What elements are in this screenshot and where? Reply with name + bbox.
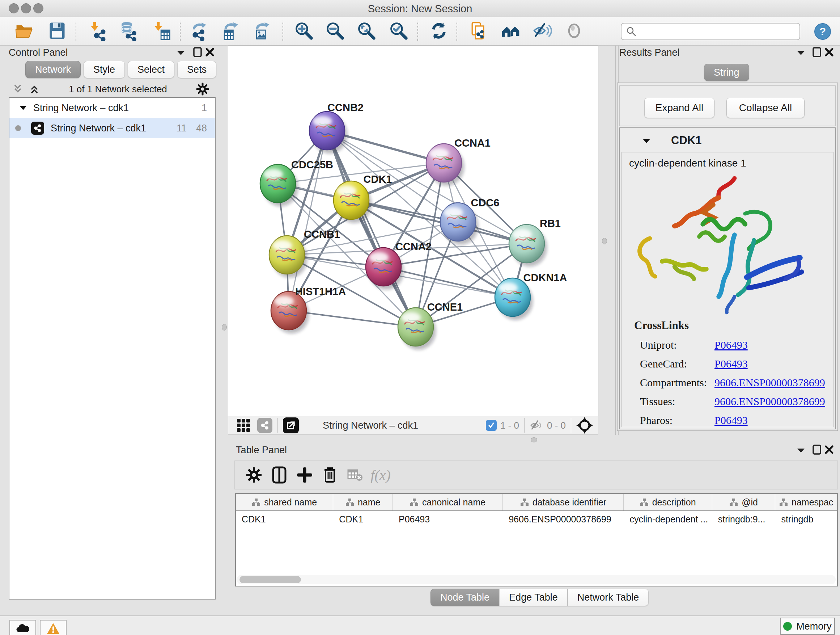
scrollbar-thumb[interactable] xyxy=(240,576,301,583)
save-session-button[interactable] xyxy=(46,19,69,42)
first-neighbors-button[interactable] xyxy=(499,19,523,42)
cell-id[interactable]: stringdb:9... xyxy=(712,511,775,527)
table-panel-float-button[interactable] xyxy=(810,443,823,456)
zoom-fit-button[interactable] xyxy=(355,19,378,42)
help-button[interactable]: ? xyxy=(814,23,831,42)
cell-database-identifier[interactable]: 9606.ENSP00000378699 xyxy=(503,511,624,527)
clone-network-button[interactable] xyxy=(467,19,490,42)
control-panel-float-button[interactable] xyxy=(191,46,204,59)
table-panel-menu-button[interactable] xyxy=(794,444,807,457)
grid-view-icon[interactable] xyxy=(236,418,251,432)
tab-select[interactable]: Select xyxy=(128,61,174,78)
collapse-all-icon[interactable] xyxy=(12,84,23,95)
export-table-button[interactable] xyxy=(219,19,242,42)
expand-all-icon[interactable] xyxy=(29,84,40,95)
left-splitter-handle[interactable] xyxy=(222,324,227,331)
tab-string[interactable]: String xyxy=(704,64,749,81)
network-node-CDC6[interactable]: CDC6 xyxy=(440,197,499,245)
fit-selected-crosshair-icon[interactable] xyxy=(576,417,593,434)
column-header[interactable]: description xyxy=(624,494,712,510)
tab-sets[interactable]: Sets xyxy=(177,61,216,78)
table-panel-close-button[interactable] xyxy=(823,443,836,456)
results-panel-float-button[interactable] xyxy=(810,46,823,59)
network-label: String Network – cdk1 xyxy=(51,123,146,134)
zoom-out-button[interactable] xyxy=(324,19,347,42)
results-panel-close-button[interactable] xyxy=(823,46,836,59)
birds-eye-share-icon[interactable] xyxy=(257,418,272,433)
column-header[interactable]: name xyxy=(333,494,393,510)
network-node-CDKN1A[interactable]: CDKN1A xyxy=(495,272,567,320)
warnings-button[interactable] xyxy=(40,620,66,635)
crosslink-pharos[interactable]: P06493 xyxy=(714,414,748,426)
memory-button[interactable]: Memory xyxy=(780,618,835,635)
column-header[interactable]: namespac xyxy=(775,494,837,510)
refresh-view-button[interactable] xyxy=(427,19,450,42)
horizontal-scrollbar[interactable] xyxy=(237,575,836,584)
node-count: 11 xyxy=(177,123,187,134)
export-image-button[interactable] xyxy=(250,19,273,42)
zoom-in-button[interactable] xyxy=(292,19,316,42)
network-type-icon xyxy=(31,122,44,135)
string-network-graph[interactable]: CCNB2CCNA1CDC25BCDK1CDC6RB1CCNB1CCNA2CDK… xyxy=(228,46,598,416)
open-in-window-button[interactable] xyxy=(283,417,299,433)
open-session-button[interactable] xyxy=(13,19,36,42)
import-table-file-button[interactable] xyxy=(150,19,173,42)
cloud-status-button[interactable] xyxy=(9,620,36,635)
network-row-selected[interactable]: String Network – cdk1 11 48 xyxy=(9,118,215,138)
float-window-icon xyxy=(813,47,821,57)
search-field[interactable] xyxy=(621,23,800,40)
network-node-CCNA1[interactable]: CCNA1 xyxy=(426,137,491,186)
cell-canonical-name[interactable]: P06493 xyxy=(393,511,503,527)
network-node-CCNB2[interactable]: CCNB2 xyxy=(309,102,363,154)
crosslink-compartments[interactable]: 9606.ENSP00000378699 xyxy=(714,377,825,389)
show-columns-button[interactable] xyxy=(267,464,292,486)
collapse-all-button[interactable]: Collapse All xyxy=(726,98,805,118)
tab-node-table[interactable]: Node Table xyxy=(431,589,499,606)
tab-style[interactable]: Style xyxy=(84,61,125,78)
node-table[interactable]: shared name name canonical name database… xyxy=(235,493,838,586)
cell-description[interactable]: cyclin-dependent ... xyxy=(624,511,712,527)
tab-edge-table[interactable]: Edge Table xyxy=(499,589,568,606)
network-canvas[interactable]: CCNB2CCNA1CDC25BCDK1CDC6RB1CCNB1CCNA2CDK… xyxy=(228,46,598,416)
cell-namespace[interactable]: stringdb xyxy=(775,511,837,527)
control-panel-close-button[interactable] xyxy=(203,46,216,59)
import-network-database-button[interactable] xyxy=(117,19,140,42)
column-header[interactable]: canonical name xyxy=(393,494,503,510)
help-icon: ? xyxy=(814,23,831,40)
gear-icon[interactable] xyxy=(196,82,209,96)
tab-network-table[interactable]: Network Table xyxy=(568,589,649,606)
import-network-file-button[interactable] xyxy=(87,19,110,42)
column-header[interactable]: @id xyxy=(712,494,775,510)
export-network-button[interactable] xyxy=(188,19,211,42)
right-splitter-handle[interactable] xyxy=(602,238,607,244)
column-header[interactable]: shared name xyxy=(236,494,333,510)
tab-network[interactable]: Network xyxy=(25,61,81,78)
cell-shared-name[interactable]: CDK1 xyxy=(236,511,333,527)
expand-all-button[interactable]: Expand All xyxy=(644,98,714,118)
network-node-HIST1H1A[interactable]: HIST1H1A xyxy=(271,286,346,333)
zoom-selected-button[interactable] xyxy=(387,19,410,42)
hide-selected-button[interactable] xyxy=(531,19,554,42)
gene-symbol: CDK1 xyxy=(671,134,701,147)
gene-expander-icon[interactable] xyxy=(643,138,651,143)
show-all-button[interactable] xyxy=(562,19,586,42)
delete-column-button[interactable] xyxy=(317,464,343,486)
column-header[interactable]: database identifier xyxy=(503,494,624,510)
network-collection-row[interactable]: String Network – cdk1 1 xyxy=(9,98,215,118)
horizontal-splitter-handle[interactable] xyxy=(531,437,537,442)
table-settings-button[interactable] xyxy=(241,464,267,486)
crosslink-uniprot[interactable]: P06493 xyxy=(714,339,748,351)
gene-description: cyclin-dependent kinase 1 xyxy=(629,157,833,169)
control-panel-menu-button[interactable] xyxy=(174,46,187,59)
create-column-button[interactable] xyxy=(292,464,317,486)
cell-name[interactable]: CDK1 xyxy=(333,511,393,527)
results-panel-menu-button[interactable] xyxy=(794,46,807,59)
search-input[interactable] xyxy=(637,26,790,38)
table-row[interactable]: CDK1 CDK1 P06493 9606.ENSP00000378699 cy… xyxy=(236,511,837,527)
network-node-RB1[interactable]: RB1 xyxy=(509,218,561,266)
crosslink-tissues[interactable]: 9606.ENSP00000378699 xyxy=(714,395,825,408)
results-panel-title: Results Panel xyxy=(619,47,680,58)
selected-checkbox[interactable] xyxy=(486,420,497,431)
tree-expander-icon[interactable] xyxy=(19,105,27,111)
crosslink-genecard[interactable]: P06493 xyxy=(714,358,748,370)
